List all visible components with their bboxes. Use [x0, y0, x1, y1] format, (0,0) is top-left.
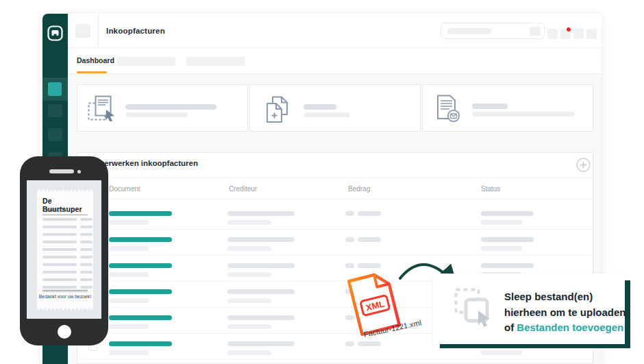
sidebar-item[interactable]	[48, 128, 62, 141]
status-skeleton-bar	[481, 211, 534, 216]
receipt-price-skeleton	[80, 256, 92, 258]
receipt-divider	[42, 215, 88, 215]
card-email-invoices[interactable]	[422, 84, 593, 132]
receipt-price-skeleton	[80, 218, 92, 221]
upload-dropzone[interactable]: Sleep bestand(en) hierheen om te uploade…	[433, 274, 625, 344]
app-logo-icon	[47, 25, 63, 41]
card-add-documents[interactable]	[249, 84, 421, 132]
receipt-price-skeleton	[80, 263, 92, 266]
receipt-line	[37, 256, 93, 263]
sidebar-item-active[interactable]	[42, 77, 68, 101]
table-row[interactable]	[77, 204, 593, 230]
receipt-footer: Bedankt voor uw bezoek!	[37, 294, 93, 299]
status-skeleton-bar	[481, 263, 534, 268]
sidebar-item[interactable]	[48, 104, 62, 117]
bedrag-skeleton-bar	[358, 211, 381, 216]
crediteur-skeleton-bar	[227, 263, 295, 268]
add-files-link[interactable]: Bestanden toevoegen	[517, 321, 623, 333]
add-invoice-button[interactable]	[576, 158, 591, 172]
card-skeleton-line	[472, 112, 575, 117]
dropzone-line3: of Bestanden toevoegen	[504, 320, 626, 336]
receipt-price-skeleton	[80, 226, 92, 228]
column-header-document: Document	[109, 178, 140, 199]
dropzone-line3-prefix: of	[504, 321, 517, 333]
document-skeleton-subbar	[109, 246, 149, 251]
receipt-price-skeleton	[80, 241, 92, 243]
tab-dashboard[interactable]: Dashboard	[77, 56, 114, 64]
crediteur-skeleton-bar	[227, 237, 295, 242]
header-icon-button[interactable]	[586, 29, 597, 39]
status-skeleton-subbar	[481, 246, 522, 251]
receipt-line	[37, 233, 93, 241]
header-icons	[547, 29, 597, 39]
document-skeleton-bar	[109, 289, 172, 294]
document-skeleton-subbar	[109, 220, 149, 225]
dropzone-line2: hierheen om te uploaden	[504, 305, 626, 321]
card-skeleton-line	[472, 104, 508, 109]
receipt-price-skeleton	[80, 233, 92, 236]
table-header-row: Document Crediteur Bedrag Status	[77, 178, 593, 199]
card-skeleton-line	[304, 104, 336, 110]
phone-home-button	[58, 325, 71, 339]
tab-skeleton[interactable]	[116, 57, 175, 66]
receipt-item-skeleton	[42, 286, 77, 289]
header-divider	[98, 14, 99, 48]
active-tab-underline	[77, 71, 107, 73]
bedrag-skeleton-bar	[358, 237, 381, 242]
email-document-icon	[434, 95, 462, 123]
crediteur-skeleton-bar	[227, 341, 295, 346]
card-scan-document[interactable]	[77, 84, 248, 132]
document-skeleton-subbar	[109, 298, 149, 303]
search-placeholder-skeleton	[447, 28, 491, 34]
receipt-item-skeleton	[42, 248, 77, 251]
receipt-line	[37, 226, 93, 233]
crediteur-skeleton-subbar	[227, 350, 271, 355]
crediteur-skeleton-bar	[227, 211, 295, 216]
receipt-item-skeleton	[42, 271, 77, 274]
table-row[interactable]	[77, 230, 593, 256]
header-icon-button[interactable]	[547, 29, 558, 39]
receipt-line	[37, 241, 93, 248]
crediteur-skeleton-subbar	[227, 298, 271, 303]
search-input[interactable]	[441, 23, 545, 39]
receipt-total-divider	[42, 290, 88, 292]
document-skeleton-bar	[109, 341, 172, 346]
receipt-paper: De Buurtsuper 10-07-2021	[37, 189, 93, 311]
crediteur-skeleton-subbar	[227, 246, 271, 251]
receipt-item-skeleton	[42, 256, 77, 258]
status-skeleton-subbar	[481, 350, 522, 355]
document-skeleton-subbar	[109, 272, 149, 277]
crediteur-skeleton-subbar	[227, 272, 271, 277]
plus-icon	[576, 158, 591, 172]
bedrag-skeleton-square	[345, 237, 354, 242]
menu-button[interactable]	[75, 24, 90, 38]
column-header-crediteur: Crediteur	[229, 178, 257, 199]
receipt-item-skeleton	[42, 233, 77, 236]
dropzone-text: Sleep bestand(en) hierheen om te uploade…	[504, 289, 626, 336]
notification-dot	[567, 27, 571, 32]
receipt-date: 10-07-2021	[42, 207, 69, 213]
receipt-item-skeleton	[42, 241, 77, 243]
document-skeleton-bar	[109, 211, 172, 216]
receipt-price-skeleton	[80, 278, 92, 281]
crediteur-skeleton-subbar	[227, 220, 271, 225]
receipt-line	[37, 218, 93, 226]
search-shortcut-badge	[530, 27, 541, 36]
dropzone-line1: Sleep bestand(en)	[504, 289, 626, 305]
document-skeleton-subbar	[109, 350, 149, 355]
receipt-item-skeleton	[42, 278, 77, 281]
tab-skeleton[interactable]	[186, 57, 245, 66]
receipt-item-skeleton	[42, 263, 77, 266]
phone-screen: De Buurtsuper 10-07-2021	[27, 180, 101, 319]
crediteur-skeleton-subbar	[227, 324, 271, 329]
status-skeleton-subbar	[481, 220, 522, 225]
page: Inkoopfacturen Dashboard	[0, 0, 644, 364]
header-icon-button[interactable]	[573, 29, 584, 39]
receipt-price-skeleton	[80, 271, 92, 274]
phone-camera	[77, 170, 81, 173]
card-skeleton-line	[304, 112, 350, 117]
status-skeleton-bar	[481, 237, 534, 242]
card-skeleton-line	[125, 104, 216, 110]
tab-bar: Dashboard	[68, 48, 602, 74]
page-title: Inkoopfacturen	[106, 14, 165, 48]
